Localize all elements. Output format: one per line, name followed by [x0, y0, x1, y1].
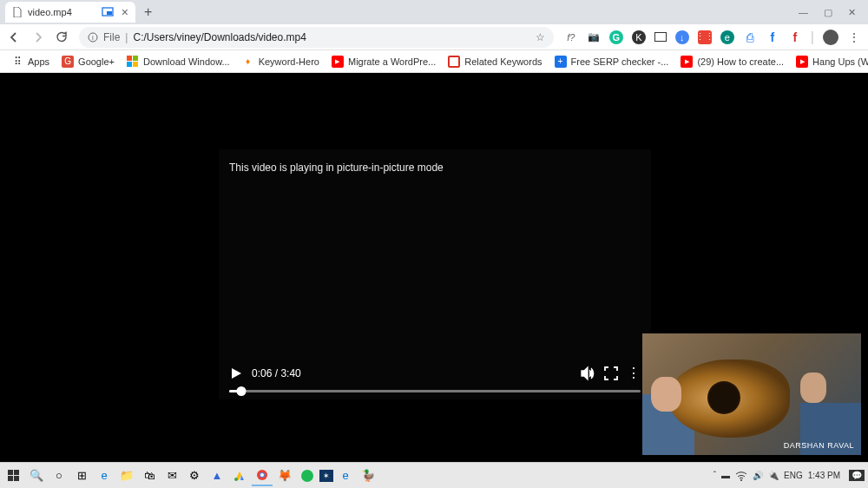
svg-rect-9 — [14, 470, 19, 475]
ext-icon-f2[interactable]: f — [788, 30, 802, 44]
progress-bar[interactable] — [229, 390, 641, 392]
bookmark-label: (29) How to create... — [697, 56, 784, 67]
edge-icon[interactable]: e — [94, 465, 115, 486]
language-indicator[interactable]: ENG — [784, 471, 803, 480]
app-icon-2[interactable]: ✶ — [319, 470, 333, 482]
svg-point-15 — [260, 473, 264, 477]
firefox-icon[interactable]: 🦊 — [274, 465, 295, 486]
volume-button[interactable] — [580, 366, 595, 381]
svg-rect-5 — [133, 56, 138, 61]
bookmark-label: Related Keywords — [464, 56, 542, 67]
url-box[interactable]: i File | C:/Users/viney/Downloads/video.… — [79, 27, 554, 48]
chrome-menu-button[interactable]: ⋮ — [847, 30, 861, 44]
time-display: 0:06 / 3:40 — [252, 367, 301, 379]
bookmark-apps[interactable]: ⠿Apps — [7, 56, 54, 68]
bookmark-label: Apps — [28, 56, 49, 67]
apps-icon: ⠿ — [11, 56, 23, 68]
ext-icon-red[interactable]: ⋮⋮ — [698, 30, 712, 44]
profile-avatar[interactable] — [823, 30, 838, 45]
bookmark-label: Keyword-Hero — [259, 56, 319, 67]
start-button[interactable] — [3, 465, 24, 486]
clock[interactable]: 1:43 PM — [808, 471, 844, 480]
tray-expand-button[interactable]: ˆ — [713, 471, 716, 480]
svg-point-16 — [740, 479, 742, 481]
more-options-button[interactable]: ⋮ — [627, 365, 641, 381]
spotify-icon[interactable] — [297, 465, 318, 486]
facebook-icon[interactable]: f — [766, 30, 779, 44]
fullscreen-button[interactable] — [604, 366, 618, 380]
svg-rect-1 — [107, 11, 112, 15]
camera-icon[interactable]: 📷 — [587, 30, 601, 44]
url-protocol: File — [103, 31, 120, 43]
pip-ext-icon[interactable] — [654, 32, 667, 42]
progress-thumb[interactable] — [237, 386, 247, 396]
notifications-button[interactable]: 💬 — [849, 470, 865, 481]
svg-rect-7 — [133, 62, 138, 67]
task-view-button[interactable]: ⊞ — [71, 465, 92, 486]
file-explorer-icon[interactable]: 📁 — [116, 465, 137, 486]
volume-tray-icon[interactable]: 🔊 — [753, 471, 763, 480]
svg-rect-8 — [8, 470, 13, 475]
ext-icon-k[interactable]: K — [632, 30, 646, 44]
svg-rect-6 — [127, 62, 132, 67]
minimize-button[interactable]: — — [799, 7, 808, 18]
system-tray: ˆ ▬ 🔊 🔌 ENG 1:43 PM 💬 — [713, 470, 865, 481]
bookmark-download-windows[interactable]: Download Window... — [122, 56, 234, 68]
edge-legacy-icon[interactable]: e — [335, 465, 356, 486]
window-controls: — ▢ ✕ — [799, 7, 868, 18]
ext-icon-teal[interactable]: e — [720, 30, 734, 44]
download-icon[interactable]: ↓ — [675, 30, 689, 44]
battery-icon[interactable]: ▬ — [721, 471, 730, 480]
bookmark-star-button[interactable]: ☆ — [536, 31, 545, 43]
close-tab-button[interactable]: × — [122, 5, 128, 19]
browser-tab[interactable]: video.mp4 × — [5, 2, 135, 23]
omnibox-text[interactable]: f? — [564, 30, 578, 44]
svg-rect-4 — [127, 56, 132, 61]
video-controls: 0:06 / 3:40 ⋮ — [219, 365, 651, 392]
reload-button[interactable] — [56, 30, 69, 43]
bookmark-label: Download Window... — [143, 56, 230, 67]
new-tab-button[interactable]: + — [135, 4, 161, 20]
search-button[interactable]: 🔍 — [26, 465, 47, 486]
taskbar: 🔍 ○ ⊞ e 📁 🛍 ✉ ⚙ ▲ 🦊 ✶ e 🦆 ˆ ▬ 🔊 🔌 ENG 1:… — [0, 462, 868, 488]
back-button[interactable] — [7, 30, 21, 44]
bookmark-serp-checker[interactable]: +Free SERP checker -... — [550, 56, 674, 68]
cortana-button[interactable]: ○ — [49, 465, 69, 486]
youtube-icon: ▶ — [796, 56, 808, 68]
app-icon-3[interactable]: 🦆 — [358, 465, 378, 486]
mail-icon[interactable]: ✉ — [161, 465, 182, 486]
bookmark-related-keywords[interactable]: Related Keywords — [444, 56, 546, 68]
bookmark-label: Free SERP checker -... — [571, 56, 669, 67]
bookmark-migrate-wordpress[interactable]: ▶Migrate a WordPre... — [327, 56, 440, 68]
bookmark-label: Google+ — [78, 56, 115, 67]
store-icon[interactable]: 🛍 — [139, 465, 160, 486]
forward-button[interactable] — [31, 30, 45, 44]
close-window-button[interactable]: ✕ — [848, 7, 856, 18]
pip-message: This video is playing in picture-in-pict… — [219, 149, 651, 186]
app-icon-1[interactable]: ▲ — [207, 465, 227, 486]
wifi-icon[interactable] — [735, 471, 747, 481]
video-player[interactable]: This video is playing in picture-in-pict… — [219, 149, 651, 399]
maximize-button[interactable]: ▢ — [824, 7, 832, 18]
flame-icon: ♦ — [242, 56, 254, 68]
svg-point-12 — [234, 478, 238, 481]
chrome-icon[interactable] — [252, 465, 273, 486]
tab-title: video.mp4 — [28, 7, 72, 17]
play-button[interactable] — [229, 366, 243, 380]
windows-icon — [127, 56, 139, 68]
omnibox-actions: f? 📷 G K ↓ ⋮⋮ e ⎙ f f | ⋮ — [564, 30, 861, 45]
address-bar: i File | C:/Users/viney/Downloads/video.… — [0, 24, 868, 50]
bookmark-label: Migrate a WordPre... — [348, 56, 436, 67]
settings-icon[interactable]: ⚙ — [184, 465, 205, 486]
bookmark-googleplus[interactable]: GGoogle+ — [57, 56, 119, 68]
svg-rect-11 — [14, 476, 19, 481]
bookmark-how-to-create[interactable]: ▶(29) How to create... — [676, 56, 788, 68]
grammarly-icon[interactable]: G — [609, 30, 623, 44]
tab-bar: video.mp4 × + — ▢ ✕ — [0, 0, 868, 24]
usb-tray-icon[interactable]: 🔌 — [768, 471, 779, 480]
bookmark-hangups[interactable]: ▶Hang Ups (Want Yo... — [792, 56, 868, 68]
bookmark-keyword-hero[interactable]: ♦Keyword-Hero — [238, 56, 324, 68]
google-ads-icon[interactable] — [229, 465, 250, 486]
pip-window[interactable]: DARSHAN RAVAL — [642, 333, 861, 455]
ext-icon-blue[interactable]: ⎙ — [743, 30, 757, 44]
